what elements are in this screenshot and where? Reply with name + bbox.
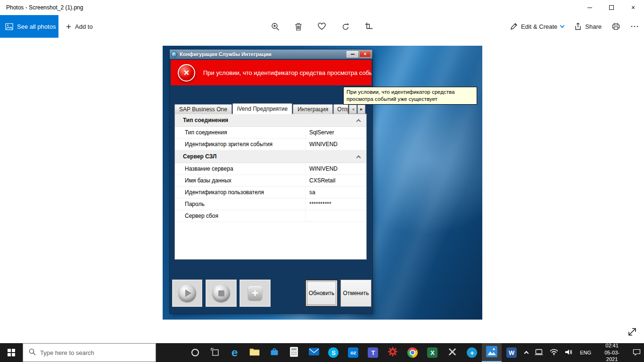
update-button[interactable]: Обновить (305, 280, 338, 307)
maximize-button[interactable] (601, 0, 622, 15)
row-value[interactable]: WINIVEND (305, 139, 366, 150)
close-button[interactable]: × (622, 0, 644, 15)
tray-date: 05-03-2021 (599, 349, 625, 362)
add-to-button[interactable]: + Add to (66, 15, 93, 38)
minimize-icon (587, 8, 592, 8)
task-view-button[interactable] (205, 343, 225, 362)
tray-wifi-button[interactable] (546, 343, 561, 362)
start-service-button[interactable] (172, 280, 202, 307)
share-button[interactable]: Share (574, 23, 602, 30)
taskbar-app-word[interactable]: W (502, 343, 521, 362)
dialog-title: Конфигурация Службы Интеграции (180, 51, 272, 57)
start-button[interactable] (0, 343, 23, 362)
add-button[interactable]: + (239, 280, 271, 307)
taskbar-app-mail[interactable] (304, 343, 324, 362)
collapse-chevron-icon (356, 156, 361, 160)
row-value[interactable]: WINIVEND (305, 163, 366, 174)
row-label: Имя базы данных (175, 175, 305, 186)
tab-truncated[interactable]: Отпр (333, 104, 348, 114)
tray-chevron-button[interactable] (521, 343, 531, 362)
integration-config-dialog: Конфигурация Службы Интеграции × × При у… (170, 49, 372, 313)
stop-icon (212, 284, 230, 302)
favorite-button[interactable] (318, 23, 326, 30)
taskbar-app-skype[interactable]: S (324, 343, 344, 362)
section-header-connection-type[interactable]: Тип соединения (175, 114, 366, 127)
tools-icon (448, 347, 457, 358)
close-icon: × (631, 4, 635, 11)
row-value[interactable] (305, 210, 366, 222)
taskbar-app-calculator[interactable] (284, 343, 304, 362)
outlook-icon: oz (348, 347, 358, 358)
toolbar-center-icons (272, 15, 373, 38)
taskbar-app-store[interactable] (264, 343, 284, 362)
row-value[interactable]: ********** (305, 198, 366, 210)
table-row: Имя базы данных CXSRetail (175, 175, 366, 187)
tray-display-button[interactable] (531, 343, 546, 362)
task-view-icon (211, 348, 219, 358)
app-titlebar: Photos - Screenshot_2 (1).png × (0, 0, 644, 15)
section-header-server[interactable]: Сервер СЗЛ (175, 150, 366, 163)
cortana-button[interactable] (185, 343, 205, 362)
edit-create-button[interactable]: Edit & Create (510, 23, 564, 30)
teams-icon: T (368, 347, 378, 358)
minimize-button[interactable] (579, 0, 601, 15)
app-title: Photos - Screenshot_2 (1).png (6, 4, 83, 11)
row-value[interactable]: sa (305, 187, 366, 198)
taskbar-app-tools[interactable] (442, 343, 462, 362)
more-button[interactable]: ⋯ (630, 21, 639, 32)
notification-icon (633, 349, 641, 357)
print-button[interactable] (612, 23, 620, 30)
tab-scroll-left-button[interactable]: ◀ (349, 105, 357, 114)
taskbar-app-chrome[interactable] (403, 343, 422, 362)
taskbar-app-teams[interactable]: T (363, 343, 383, 362)
tray-clock-button[interactable]: 02:41 05-03-2021 (594, 343, 629, 362)
crop-button[interactable] (365, 23, 373, 30)
arrow-right-icon: ▶ (360, 107, 363, 111)
gear-icon (388, 346, 398, 359)
row-value[interactable]: CXSRetail (305, 175, 366, 186)
mail-icon (309, 348, 319, 357)
tab-ivend-enterprise[interactable]: iVend Предприятие (232, 103, 292, 114)
cancel-button[interactable]: Отменить (340, 280, 372, 307)
tray-language-button[interactable]: ENG (577, 343, 594, 362)
row-value[interactable]: SqlServer (305, 127, 366, 138)
tab-integration[interactable]: Интеграция (293, 104, 333, 114)
taskbar-app-outlook[interactable]: oz (343, 343, 363, 362)
windows-logo-icon (8, 349, 15, 356)
plus-icon: + (66, 22, 71, 31)
action-center-button[interactable] (629, 343, 644, 362)
edit-create-label: Edit & Create (521, 23, 557, 30)
taskbar: e S oz T X + W (0, 343, 644, 362)
tab-label: Отпр (337, 106, 348, 113)
taskbar-app-photos[interactable] (482, 343, 502, 362)
tab-scroll-right-button[interactable]: ▶ (357, 105, 365, 114)
taskbar-app-blue-circle[interactable]: + (462, 343, 482, 362)
zoom-button[interactable] (272, 23, 280, 31)
dialog-titlebar[interactable]: Конфигурация Службы Интеграции × (170, 49, 372, 59)
rotate-button[interactable] (342, 23, 350, 31)
taskbar-search[interactable] (23, 343, 156, 362)
see-all-photos-button[interactable]: See all photos (0, 15, 58, 38)
tab-sap-business-one[interactable]: SAP Business One (174, 104, 232, 114)
volume-icon (565, 349, 573, 356)
dialog-close-button[interactable]: × (359, 51, 371, 58)
taskbar-app-gear[interactable] (383, 343, 403, 362)
tab-label: iVend Предприятие (237, 106, 288, 112)
taskbar-app-edge[interactable]: e (225, 343, 245, 362)
row-label: Сервер сбоя (175, 210, 305, 222)
dialog-minimize-button[interactable] (347, 51, 358, 58)
search-input[interactable] (40, 349, 146, 356)
plus-icon: + (248, 286, 262, 300)
tray-volume-button[interactable] (561, 343, 577, 362)
stop-service-button[interactable] (206, 280, 237, 307)
wifi-icon (550, 349, 558, 356)
delete-button[interactable] (295, 23, 302, 31)
file-explorer-icon (249, 347, 260, 358)
skype-icon: S (328, 347, 339, 358)
row-label: Идентификатор пользователя (175, 187, 305, 198)
edge-icon: e (231, 347, 238, 358)
taskbar-app-excel[interactable]: X (422, 343, 442, 362)
error-message: При условии, что идентификатор средства … (203, 69, 372, 76)
expand-button[interactable] (627, 327, 637, 339)
taskbar-app-file-explorer[interactable] (245, 343, 264, 362)
